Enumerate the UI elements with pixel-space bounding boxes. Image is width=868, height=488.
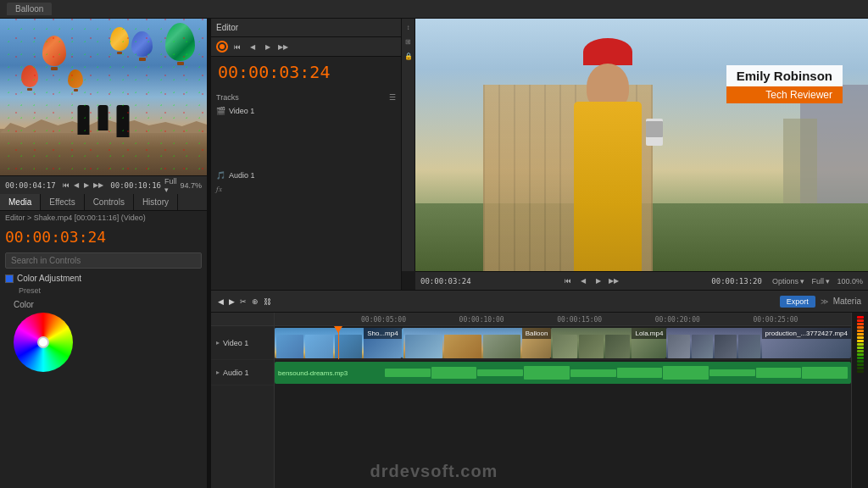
vu-bar-4 — [857, 330, 864, 332]
tool-arrow-icon[interactable]: ↕ — [403, 22, 414, 32]
balloon-3 — [165, 23, 195, 65]
timeline-magnet-icon[interactable]: ⊕ — [252, 297, 259, 306]
audio-clip-music[interactable]: bensound-dreams.mp3 — [275, 362, 851, 384]
step-fwd-btn[interactable]: ▶▶ — [93, 180, 103, 191]
timeline-link-icon[interactable]: ⛓ — [264, 297, 271, 306]
right-back-btn[interactable]: ◀ — [577, 275, 589, 287]
color-wheel[interactable] — [14, 313, 73, 372]
balloon-tab[interactable]: Balloon — [7, 3, 52, 15]
vu-bar-2 — [857, 323, 864, 325]
vu-bar-14 — [857, 363, 864, 366]
video1-label: Video 1 — [229, 107, 254, 115]
vu-bar-1 — [857, 319, 864, 322]
person-hat — [583, 38, 632, 65]
tab-controls[interactable]: Controls — [85, 194, 134, 210]
right-timecode-end: 00:00:13:20 — [711, 277, 762, 286]
top-row: Editor ⏮ ◀ ▶ ▶▶ 00:00:03:24 — [211, 19, 868, 290]
audio-track: bensound-dreams.mp3 — [275, 360, 851, 385]
right-options-btn[interactable]: Options ▾ — [772, 277, 805, 286]
tab-history[interactable]: History — [134, 194, 178, 210]
step-back-btn[interactable]: ◀ — [73, 180, 80, 191]
color-adjustment-effect: Color Adjustment — [0, 272, 207, 285]
vu-bar-6 — [857, 336, 864, 339]
controls-search-input[interactable] — [5, 252, 202, 269]
audio-clip-label: bensound-dreams.mp3 — [278, 369, 348, 377]
preset-label: Preset — [19, 286, 41, 295]
prev-frame-btn[interactable]: ⏮ — [63, 180, 70, 191]
materia-label: Materia — [833, 297, 861, 306]
vu-meter — [851, 313, 868, 488]
tab-media[interactable]: Media — [0, 194, 41, 210]
left-timecode-start: 00:00:04:17 — [5, 181, 56, 190]
right-video-preview: Emily Robinson Tech Reviewer — [415, 19, 868, 271]
timeline-scissors-icon[interactable]: ✂ — [240, 297, 247, 306]
vu-bar-12 — [857, 357, 864, 359]
play-btn[interactable]: ▶ — [83, 180, 90, 191]
color-wheel-center-dot — [37, 336, 49, 348]
left-panel: 00:00:04:17 ⏮ ◀ ▶ ▶▶ 00:00:10:16 Full ▾ … — [0, 19, 208, 488]
track-labels: ▸ Video 1 ▸ Audio 1 — [211, 313, 275, 488]
clip-lola-label: Lola.mp4 — [632, 328, 666, 339]
right-prev-btn[interactable]: ⏮ — [562, 275, 574, 287]
editor-fwd-btn[interactable]: ▶▶ — [277, 41, 289, 53]
right-quality[interactable]: Full ▾ — [811, 277, 830, 286]
person-figure — [574, 102, 642, 271]
ruler-mark-3: 00:00:15:00 — [557, 316, 602, 324]
name-overlay: Emily Robinson Tech Reviewer — [726, 65, 843, 103]
timeline-back-icon[interactable]: ◀ — [218, 297, 224, 306]
clip-production-label: production_...3772427.mp4 — [762, 328, 851, 339]
preset-row: Preset — [0, 285, 207, 297]
tab-effects[interactable]: Effects — [41, 194, 84, 210]
right-fwd-btn[interactable]: ▶▶ — [608, 275, 620, 287]
audio-icon: 🎵 — [216, 171, 225, 180]
record-btn[interactable] — [216, 41, 228, 53]
symbol-row: 𝑓𝑥 — [216, 182, 396, 197]
timeline-content: 00:00:05:00 00:00:10:00 00:00:15:00 00:0… — [275, 313, 851, 488]
tool-select-icon[interactable]: ⊞ — [403, 36, 414, 47]
playhead[interactable] — [338, 326, 339, 359]
timeline-fwd-icon[interactable]: ▶ — [229, 297, 235, 306]
color-wheel-container[interactable] — [14, 313, 73, 372]
vu-bar-11 — [857, 353, 864, 356]
timeline-top-bar: ◀ ▶ ✂ ⊕ ⛓ Export ≫ Materia — [211, 291, 868, 313]
right-preview-area: ↕ ⊞ 🔒 — [402, 19, 868, 290]
figures — [78, 105, 130, 137]
tool-lock-icon[interactable]: 🔒 — [403, 51, 414, 61]
editor-step-back-btn[interactable]: ◀ — [247, 41, 259, 53]
video1-track-item: 🎬 Video 1 — [216, 104, 396, 118]
video-track-expand-icon[interactable]: ▸ — [216, 339, 220, 347]
timeline-ruler: 00:00:05:00 00:00:10:00 00:00:15:00 00:0… — [275, 313, 851, 326]
vu-bar-3 — [857, 326, 864, 329]
vu-bar-8 — [857, 343, 864, 346]
vu-bar-5 — [857, 333, 864, 336]
effect-enabled-checkbox[interactable] — [5, 274, 14, 283]
clip-lola[interactable]: Lola.mp4 — [551, 328, 666, 358]
editor-big-timecode: 00:00:03:24 — [211, 57, 401, 86]
playhead-triangle — [334, 326, 342, 333]
clip-production[interactable]: production_...3772427.mp4 — [666, 328, 851, 358]
right-play-btn[interactable]: ▶ — [593, 275, 604, 287]
left-quality[interactable]: Full ▾ — [164, 177, 177, 194]
ruler-mark-5: 00:00:25:00 — [753, 316, 798, 324]
left-preview-controls: 00:00:04:17 ⏮ ◀ ▶ ▶▶ 00:00:10:16 Full ▾ … — [0, 175, 207, 194]
tracks-header: Tracks ☰ — [216, 91, 396, 104]
left-preview — [0, 19, 207, 175]
editor-play-btn[interactable]: ▶ — [262, 41, 274, 53]
effect-name-label: Color Adjustment — [17, 274, 81, 283]
middle-editor: Editor ⏮ ◀ ▶ ▶▶ 00:00:03:24 — [211, 19, 402, 290]
timeline-overflow-icon[interactable]: ≫ — [821, 297, 828, 306]
editor-prev-btn[interactable]: ⏮ — [231, 41, 243, 53]
export-button[interactable]: Export — [780, 296, 815, 308]
vu-bar-7 — [857, 340, 864, 342]
audio-track-expand-icon[interactable]: ▸ — [216, 369, 220, 376]
clip-balloon[interactable]: Balloon — [402, 328, 552, 358]
balloon-5 — [68, 69, 83, 92]
vu-bar-0 — [857, 316, 864, 319]
tracks-menu-icon[interactable]: ☰ — [389, 93, 396, 102]
clip-shot-label: Sho...mp4 — [364, 328, 401, 339]
ruler-mark-4: 00:00:20:00 — [655, 316, 700, 324]
top-bar: Balloon — [0, 0, 868, 19]
balloon-6 — [131, 31, 153, 61]
video-track: Sho...mp4 Balloon — [275, 326, 851, 360]
vu-bar-16 — [857, 370, 864, 373]
